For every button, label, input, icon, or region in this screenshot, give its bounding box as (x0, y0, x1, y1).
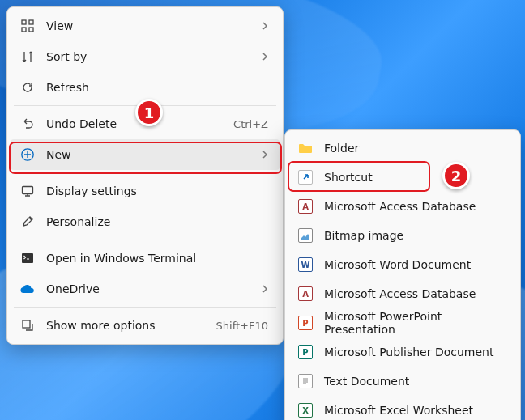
submenu-item-bitmap[interactable]: Bitmap image (288, 221, 517, 250)
menu-label: New (46, 148, 250, 161)
svg-rect-1 (29, 20, 33, 24)
annotation-badge-2: 2 (442, 162, 470, 189)
terminal-icon (20, 251, 35, 265)
menu-item-terminal[interactable]: Open in Windows Terminal (11, 243, 280, 274)
menu-label: Text Document (324, 375, 506, 388)
menu-label: Undo Delete (46, 117, 222, 130)
access-icon: A (298, 199, 313, 214)
chevron-right-icon (262, 150, 268, 159)
menu-label: Personalize (46, 215, 268, 228)
chevron-right-icon (262, 284, 268, 294)
desktop-context-menu: View Sort by Refresh Undo Dele (6, 6, 284, 345)
svg-rect-5 (23, 187, 33, 194)
submenu-item-powerpoint[interactable]: P Microsoft PowerPoint Presentation (288, 308, 517, 337)
submenu-item-text[interactable]: Text Document (288, 367, 517, 396)
menu-label: Microsoft Word Document (324, 258, 506, 271)
menu-label: Shortcut (324, 171, 506, 184)
menu-item-sort-by[interactable]: Sort by (11, 41, 280, 72)
menu-label: View (46, 19, 250, 32)
submenu-item-publisher[interactable]: P Microsoft Publisher Document (288, 337, 517, 367)
annotation-badge-1: 1 (135, 99, 163, 126)
chevron-right-icon (262, 52, 268, 62)
display-icon (20, 184, 35, 198)
menu-label: Display settings (46, 185, 268, 197)
publisher-icon: P (298, 345, 313, 359)
svg-rect-2 (22, 28, 26, 32)
menu-item-onedrive[interactable]: OneDrive (11, 274, 280, 304)
menu-shortcut: Ctrl+Z (233, 118, 268, 130)
svg-rect-6 (22, 253, 33, 263)
new-submenu: Folder Shortcut A Microsoft Access Datab… (284, 129, 521, 420)
undo-icon (20, 117, 35, 131)
menu-label: Microsoft PowerPoint Presentation (324, 310, 506, 336)
view-icon (20, 19, 35, 33)
new-icon (20, 147, 35, 162)
menu-item-more-options[interactable]: Show more options Shift+F10 (11, 310, 280, 341)
menu-separator (14, 307, 276, 308)
text-icon (298, 374, 313, 388)
menu-label: OneDrive (46, 282, 250, 295)
chevron-right-icon (262, 21, 268, 31)
personalize-icon (20, 214, 35, 229)
menu-label: Open in Windows Terminal (46, 252, 268, 265)
menu-label: Refresh (46, 81, 268, 94)
menu-label: Microsoft Publisher Document (324, 346, 506, 358)
submenu-item-excel[interactable]: X Microsoft Excel Worksheet (288, 396, 517, 420)
excel-icon: X (298, 403, 313, 418)
menu-label: Microsoft Access Database (324, 200, 506, 213)
menu-label: Microsoft Access Database (324, 287, 506, 300)
powerpoint-icon: P (298, 316, 313, 330)
menu-label: Bitmap image (324, 229, 506, 242)
menu-separator (14, 172, 276, 173)
access-icon: A (298, 286, 313, 301)
refresh-icon (20, 80, 35, 95)
svg-rect-3 (29, 28, 33, 32)
bitmap-icon (298, 228, 313, 243)
sort-icon (20, 49, 35, 64)
submenu-item-word[interactable]: W Microsoft Word Document (288, 250, 517, 279)
shortcut-icon (298, 170, 313, 185)
menu-label: Sort by (46, 50, 250, 63)
folder-icon (298, 141, 313, 155)
menu-item-new[interactable]: New (11, 139, 280, 170)
submenu-item-access[interactable]: A Microsoft Access Database (288, 192, 517, 221)
menu-item-display-settings[interactable]: Display settings (11, 176, 280, 206)
menu-item-refresh[interactable]: Refresh (11, 72, 280, 103)
svg-rect-0 (22, 20, 26, 24)
submenu-item-access[interactable]: A Microsoft Access Database (288, 279, 517, 308)
menu-shortcut: Shift+F10 (216, 320, 268, 332)
menu-separator (14, 240, 276, 240)
menu-label: Show more options (46, 319, 205, 332)
submenu-item-shortcut[interactable]: Shortcut (288, 163, 517, 192)
more-options-icon (20, 318, 35, 333)
word-icon: W (298, 257, 313, 272)
menu-item-view[interactable]: View (11, 11, 280, 41)
onedrive-icon (20, 282, 35, 296)
submenu-item-folder[interactable]: Folder (288, 134, 517, 163)
svg-rect-7 (23, 320, 30, 328)
menu-label: Microsoft Excel Worksheet (324, 404, 506, 417)
menu-label: Folder (324, 142, 506, 155)
menu-item-personalize[interactable]: Personalize (11, 206, 280, 237)
